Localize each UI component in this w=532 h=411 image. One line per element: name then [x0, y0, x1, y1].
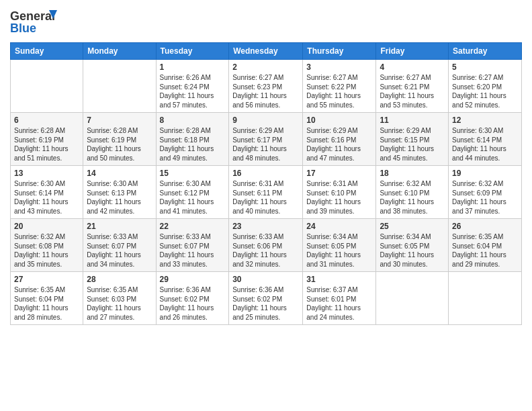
daylight-text: Daylight: 11 hours and 57 minutes. — [160, 92, 214, 109]
sunrise-text: Sunrise: 6:29 AM — [306, 127, 357, 134]
calendar-cell: 24Sunrise: 6:34 AMSunset: 6:05 PMDayligh… — [303, 219, 376, 272]
sunset-text: Sunset: 6:10 PM — [306, 189, 356, 197]
weekday-header: Tuesday — [156, 43, 229, 60]
calendar-cell — [449, 272, 522, 325]
calendar-cell — [376, 272, 449, 325]
daylight-text: Daylight: 11 hours and 25 minutes. — [232, 304, 287, 321]
day-number: 10 — [306, 116, 372, 125]
calendar-header-row: SundayMondayTuesdayWednesdayThursdayFrid… — [11, 43, 522, 60]
calendar-cell: 9Sunrise: 6:29 AMSunset: 6:17 PMDaylight… — [229, 113, 303, 166]
day-number: 2 — [232, 62, 299, 72]
cell-info: Sunrise: 6:34 AMSunset: 6:05 PMDaylight:… — [306, 232, 372, 269]
sunset-text: Sunset: 6:13 PM — [87, 189, 136, 197]
cell-info: Sunrise: 6:31 AMSunset: 6:11 PMDaylight:… — [232, 179, 299, 216]
sunrise-text: Sunrise: 6:28 AM — [160, 127, 211, 134]
daylight-text: Daylight: 11 hours and 53 minutes. — [380, 92, 434, 109]
sunrise-text: Sunrise: 6:37 AM — [306, 286, 357, 293]
day-number: 5 — [452, 62, 518, 72]
weekday-header: Saturday — [449, 43, 522, 60]
sunset-text: Sunset: 6:17 PM — [232, 136, 282, 144]
daylight-text: Daylight: 11 hours and 29 minutes. — [452, 251, 506, 268]
calendar-cell: 26Sunrise: 6:35 AMSunset: 6:04 PMDayligh… — [449, 219, 522, 272]
sunrise-text: Sunrise: 6:33 AM — [87, 233, 138, 240]
day-number: 14 — [87, 169, 152, 178]
sunrise-text: Sunrise: 6:30 AM — [14, 180, 65, 187]
sunset-text: Sunset: 6:14 PM — [14, 189, 64, 197]
daylight-text: Daylight: 11 hours and 45 minutes. — [380, 145, 434, 162]
day-number: 3 — [306, 62, 372, 72]
sunrise-text: Sunrise: 6:33 AM — [160, 233, 211, 240]
calendar-cell: 7Sunrise: 6:28 AMSunset: 6:19 PMDaylight… — [83, 113, 156, 166]
cell-info: Sunrise: 6:35 AMSunset: 6:03 PMDaylight:… — [87, 285, 152, 322]
weekday-header: Sunday — [11, 43, 83, 60]
daylight-text: Daylight: 11 hours and 27 minutes. — [87, 304, 141, 321]
sunrise-text: Sunrise: 6:27 AM — [232, 74, 283, 81]
daylight-text: Daylight: 11 hours and 30 minutes. — [380, 251, 434, 268]
day-number: 7 — [87, 116, 152, 125]
daylight-text: Daylight: 11 hours and 55 minutes. — [306, 92, 361, 109]
sunrise-text: Sunrise: 6:36 AM — [232, 286, 283, 293]
cell-info: Sunrise: 6:29 AMSunset: 6:16 PMDaylight:… — [306, 126, 372, 163]
cell-info: Sunrise: 6:28 AMSunset: 6:19 PMDaylight:… — [87, 126, 152, 163]
sunset-text: Sunset: 6:08 PM — [14, 242, 64, 250]
day-number: 26 — [452, 222, 518, 231]
day-number: 29 — [160, 275, 226, 284]
daylight-text: Daylight: 11 hours and 40 minutes. — [232, 198, 287, 215]
cell-info: Sunrise: 6:36 AMSunset: 6:02 PMDaylight:… — [160, 285, 226, 322]
daylight-text: Daylight: 11 hours and 56 minutes. — [232, 92, 287, 109]
sunset-text: Sunset: 6:02 PM — [160, 295, 210, 303]
sunrise-text: Sunrise: 6:29 AM — [232, 127, 283, 134]
sunset-text: Sunset: 6:15 PM — [380, 136, 429, 144]
daylight-text: Daylight: 11 hours and 35 minutes. — [14, 251, 69, 268]
calendar-cell: 18Sunrise: 6:32 AMSunset: 6:10 PMDayligh… — [376, 166, 449, 219]
weekday-header: Monday — [83, 43, 156, 60]
cell-info: Sunrise: 6:35 AMSunset: 6:04 PMDaylight:… — [14, 285, 79, 322]
day-number: 30 — [232, 275, 299, 284]
cell-info: Sunrise: 6:28 AMSunset: 6:19 PMDaylight:… — [14, 126, 79, 163]
day-number: 13 — [14, 169, 79, 178]
calendar-week-row: 27Sunrise: 6:35 AMSunset: 6:04 PMDayligh… — [11, 272, 522, 325]
sunrise-text: Sunrise: 6:29 AM — [380, 127, 431, 134]
sunset-text: Sunset: 6:09 PM — [452, 189, 502, 197]
sunrise-text: Sunrise: 6:34 AM — [380, 233, 431, 240]
cell-info: Sunrise: 6:31 AMSunset: 6:10 PMDaylight:… — [306, 179, 372, 216]
daylight-text: Daylight: 11 hours and 38 minutes. — [380, 198, 434, 215]
calendar-cell: 20Sunrise: 6:32 AMSunset: 6:08 PMDayligh… — [11, 219, 83, 272]
sunset-text: Sunset: 6:10 PM — [380, 189, 429, 197]
cell-info: Sunrise: 6:30 AMSunset: 6:14 PMDaylight:… — [452, 126, 518, 163]
weekday-header: Friday — [376, 43, 449, 60]
sunset-text: Sunset: 6:06 PM — [232, 242, 282, 250]
sunrise-text: Sunrise: 6:36 AM — [160, 286, 211, 293]
sunrise-text: Sunrise: 6:31 AM — [306, 180, 357, 187]
cell-info: Sunrise: 6:35 AMSunset: 6:04 PMDaylight:… — [452, 232, 518, 269]
calendar-week-row: 13Sunrise: 6:30 AMSunset: 6:14 PMDayligh… — [11, 166, 522, 219]
day-number: 1 — [160, 62, 226, 72]
cell-info: Sunrise: 6:27 AMSunset: 6:23 PMDaylight:… — [232, 73, 299, 109]
cell-info: Sunrise: 6:29 AMSunset: 6:15 PMDaylight:… — [380, 126, 445, 163]
calendar-cell: 14Sunrise: 6:30 AMSunset: 6:13 PMDayligh… — [83, 166, 156, 219]
day-number: 31 — [306, 275, 372, 284]
daylight-text: Daylight: 11 hours and 48 minutes. — [232, 145, 287, 162]
daylight-text: Daylight: 11 hours and 39 minutes. — [306, 198, 361, 215]
sunset-text: Sunset: 6:22 PM — [306, 83, 356, 91]
calendar-cell: 25Sunrise: 6:34 AMSunset: 6:05 PMDayligh… — [376, 219, 449, 272]
day-number: 17 — [306, 169, 372, 178]
weekday-header: Thursday — [303, 43, 376, 60]
sunset-text: Sunset: 6:04 PM — [452, 242, 502, 250]
daylight-text: Daylight: 11 hours and 33 minutes. — [160, 251, 214, 268]
day-number: 27 — [14, 275, 79, 284]
page-container: General Blue SundayMondayTuesdayWednesda… — [0, 0, 532, 332]
daylight-text: Daylight: 11 hours and 26 minutes. — [160, 304, 214, 321]
calendar-cell: 3Sunrise: 6:27 AMSunset: 6:22 PMDaylight… — [303, 60, 376, 113]
daylight-text: Daylight: 11 hours and 37 minutes. — [452, 198, 506, 215]
sunrise-text: Sunrise: 6:32 AM — [380, 180, 431, 187]
cell-info: Sunrise: 6:29 AMSunset: 6:17 PMDaylight:… — [232, 126, 299, 163]
sunrise-text: Sunrise: 6:26 AM — [160, 74, 211, 81]
calendar-cell — [11, 60, 83, 113]
day-number: 22 — [160, 222, 226, 231]
sunset-text: Sunset: 6:14 PM — [452, 136, 502, 144]
calendar-cell: 21Sunrise: 6:33 AMSunset: 6:07 PMDayligh… — [83, 219, 156, 272]
cell-info: Sunrise: 6:32 AMSunset: 6:10 PMDaylight:… — [380, 179, 445, 216]
calendar-cell: 8Sunrise: 6:28 AMSunset: 6:18 PMDaylight… — [156, 113, 229, 166]
daylight-text: Daylight: 11 hours and 43 minutes. — [14, 198, 69, 215]
